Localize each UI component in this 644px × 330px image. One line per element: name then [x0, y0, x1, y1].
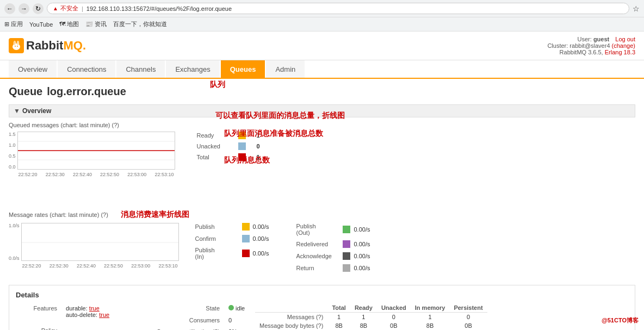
- features-row: Features durable: true auto-delete: true: [16, 303, 135, 326]
- x-axis-rates: 22:52:20 22:52:30 22:52:40 22:52:50 22:5…: [21, 263, 179, 269]
- details-section: Details Features durable: true auto-dele…: [9, 285, 635, 330]
- stats-area: Total Ready Unacked In memory Persistent…: [255, 303, 628, 330]
- svg-point-6: [17, 41, 18, 45]
- details-content: Features durable: true auto-delete: true…: [16, 303, 628, 330]
- queue-name: log.error.queue: [47, 85, 126, 98]
- triangle-icon: ▼: [14, 107, 20, 115]
- logout-button[interactable]: Log out: [615, 36, 635, 42]
- browser-bar: ← → ↻ ▲ 不安全 | 192.168.110.133:15672/#/qu…: [0, 0, 644, 17]
- page-content: Queue log.error.queue 队列 ▼ Overview Queu…: [0, 79, 644, 330]
- chart-container-queued: 1.5 1.0 0.5 0.0: [9, 132, 635, 177]
- url-security-label: 不安全: [60, 4, 78, 13]
- bookmark-info[interactable]: 📰 资讯: [85, 20, 107, 28]
- return-color: [343, 264, 350, 272]
- stats-table: Total Ready Unacked In memory Persistent…: [255, 303, 487, 330]
- confirm-color: [242, 235, 250, 242]
- rmq-user-info: User: guest Log out Cluster: rabbit@slav…: [547, 36, 635, 55]
- publish-color: [242, 223, 250, 231]
- bookmarks-bar: ⊞ 应用 YouTube 🗺 地图 📰 资讯 百度一下，你就知道: [0, 17, 644, 32]
- chart-title-rates: Message rates (chart: last minute) (?) 消…: [9, 210, 635, 220]
- y-axis-rates: 1.0/s 0.0/s: [9, 223, 21, 261]
- rate-confirm: Confirm 0.00/s: [195, 235, 269, 242]
- consumers-row: Consumers 0: [135, 315, 255, 327]
- bookmark-baidu[interactable]: 百度一下，你就知道: [113, 20, 167, 28]
- chart-box-rates: 22:52:20 22:52:30 22:52:40 22:52:50 22:5…: [21, 223, 179, 269]
- bookmark-icon[interactable]: ☆: [633, 4, 640, 13]
- legend-total: Total 1 队列消息总数: [197, 153, 260, 161]
- consumer-util-row: Consumer utilisation (?) 0%: [135, 327, 255, 330]
- rate-publish-in: Publish (In) 0.00/s: [195, 247, 269, 260]
- rmq-logo: RabbitMQ.: [9, 38, 86, 53]
- state-row: State idle: [135, 303, 255, 315]
- rate-redelivered: Redelivered 0.00/s: [296, 240, 370, 248]
- annotation-rates: 消息消费速率折线图: [121, 210, 189, 219]
- rmq-logo-text: RabbitMQ.: [26, 39, 86, 53]
- page-title: Queue log.error.queue 队列: [9, 85, 635, 98]
- chart-title-queued: Queued messages (chart: last minute) (?): [9, 122, 635, 128]
- reload-button[interactable]: ↻: [33, 3, 44, 14]
- rates-legend-left: Publish 0.00/s Confirm 0.00/s Publish (I…: [195, 223, 269, 264]
- nav-tabs: Overview Connections Channels Exchanges …: [0, 60, 644, 79]
- details-title: Details: [16, 291, 628, 299]
- tab-overview[interactable]: Overview: [9, 60, 57, 78]
- policy-row: Policy: [16, 326, 135, 330]
- message-rates-section: Message rates (chart: last minute) (?) 消…: [9, 210, 635, 276]
- cluster-change-link[interactable]: (change): [612, 42, 635, 49]
- bookmark-maps[interactable]: 🗺 地图: [59, 20, 79, 28]
- unacked-color-box: [238, 142, 246, 150]
- chart-wrapper-queued: 1.5 1.0 0.5 0.0: [9, 132, 175, 177]
- messages-row: Messages (?) 1 1 0 1 0: [255, 313, 487, 322]
- annotation-queue-label: 队列: [210, 80, 225, 90]
- chart-area: 1.5 1.0 0.5 0.0: [9, 132, 175, 177]
- tab-admin[interactable]: Admin: [266, 60, 305, 78]
- tab-exchanges[interactable]: Exchanges: [166, 60, 219, 78]
- rate-publish: Publish 0.00/s: [195, 223, 269, 231]
- url-bar[interactable]: ▲ 不安全 | 192.168.110.133:15672/#/queues/%…: [47, 3, 629, 14]
- url-text: 192.168.110.133:15672/#/queues/%2F/log.e…: [86, 5, 232, 12]
- redelivered-color: [343, 240, 350, 248]
- svg-point-0: [13, 43, 20, 50]
- chart-svg-rates: [21, 223, 179, 261]
- annotation-total: 队列消息总数: [224, 155, 270, 165]
- tab-queues[interactable]: Queues: [221, 60, 265, 78]
- y-axis: 1.5 1.0 0.5 0.0: [9, 132, 17, 170]
- state-dot: [228, 305, 234, 310]
- durable-link[interactable]: true: [89, 305, 100, 312]
- annotation-chart1: 可以查看队列里面的消息总量，折线图: [215, 111, 345, 121]
- rmq-header: RabbitMQ. User: guest Log out Cluster: r…: [0, 32, 644, 60]
- rates-legend-right: Publish (Out) 0.00/s Redelivered 0.00/s …: [296, 223, 370, 276]
- erlang-link[interactable]: Erlang 18.3: [605, 49, 635, 55]
- stats-header-row: Total Ready Unacked In memory Persistent: [255, 303, 487, 313]
- chart-box-queued: 22:52:20 22:52:30 22:52:40 22:52:50 22:5…: [17, 132, 175, 177]
- bookmark-youtube[interactable]: YouTube: [29, 21, 53, 28]
- legend-queued: Ready 1 队列里面消息准备被消息总数 Unacked 0 Total 1: [197, 132, 260, 164]
- state-table: State idle Consumers 0 Consumer utilisat…: [135, 303, 255, 330]
- legend-unacked: Unacked 0: [197, 142, 260, 150]
- annotation-ready: 队列里面消息准备被消息总数: [224, 129, 323, 139]
- features-policy-table: Features durable: true auto-delete: true…: [16, 303, 135, 330]
- forward-button[interactable]: →: [18, 3, 29, 14]
- rabbit-icon: [9, 38, 24, 53]
- chart-area-rates: 1.0/s 0.0/s 22:52:20 22:52:30 22:52:40 2…: [9, 223, 179, 269]
- legend-ready: Ready 1 队列里面消息准备被消息总数: [197, 132, 260, 139]
- auto-delete-link[interactable]: true: [99, 312, 109, 318]
- svg-point-4: [17, 46, 18, 47]
- security-icon: ▲: [53, 5, 58, 11]
- tab-connections[interactable]: Connections: [58, 60, 115, 78]
- rate-publish-out: Publish (Out) 0.00/s: [296, 223, 370, 236]
- chart-svg-queued: [17, 132, 175, 170]
- back-button[interactable]: ←: [4, 3, 15, 14]
- watermark: @51CTO博客: [602, 316, 639, 325]
- tab-channels[interactable]: Channels: [116, 60, 165, 78]
- rates-container: 1.0/s 0.0/s 22:52:20 22:52:30 22:52:40 2…: [9, 223, 635, 276]
- rate-acknowledge: Acknowledge 0.00/s: [296, 252, 370, 260]
- svg-point-5: [14, 41, 15, 45]
- chart-wrapper-rates: 1.0/s 0.0/s 22:52:20 22:52:30 22:52:40 2…: [9, 223, 179, 269]
- body-bytes-row: Message body bytes (?) 8B 8B 0B 8B 0B: [255, 321, 487, 330]
- rate-return: Return 0.00/s: [296, 264, 370, 272]
- svg-point-3: [15, 46, 16, 47]
- publish-in-color: [242, 250, 250, 257]
- publish-out-color: [343, 226, 350, 233]
- bookmark-apps[interactable]: ⊞ 应用: [4, 20, 23, 28]
- queued-messages-section: Queued messages (chart: last minute) (?)…: [9, 122, 635, 177]
